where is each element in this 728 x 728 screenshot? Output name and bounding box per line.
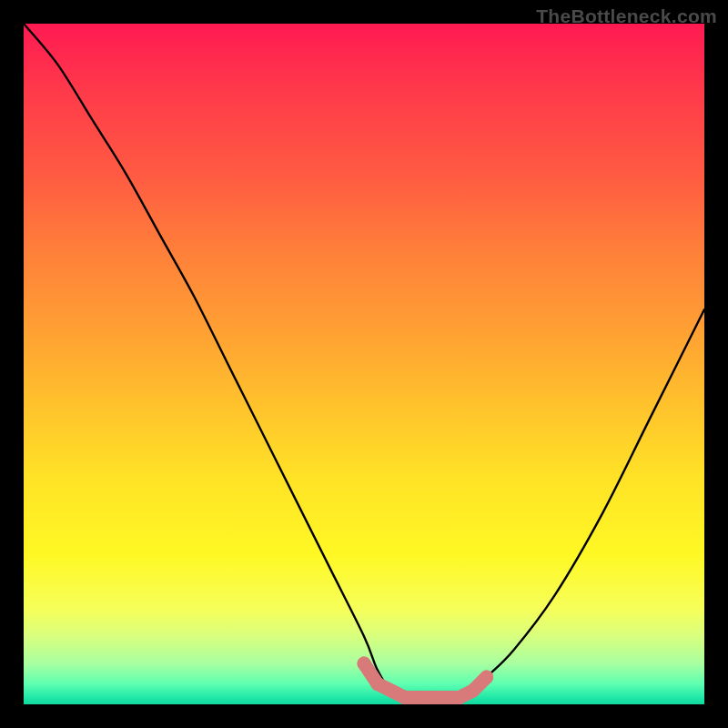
highlight-dot bbox=[480, 671, 493, 684]
curve-svg bbox=[24, 24, 704, 704]
bottleneck-curve bbox=[24, 24, 704, 698]
highlight-dot bbox=[411, 691, 425, 704]
highlight-dot bbox=[452, 691, 466, 704]
highlight-band bbox=[358, 657, 494, 704]
watermark-text: TheBottleneck.com bbox=[536, 5, 717, 27]
chart-frame: TheBottleneck.com bbox=[0, 0, 728, 728]
highlight-dot bbox=[466, 684, 480, 698]
highlight-dot bbox=[358, 657, 371, 671]
highlight-dot bbox=[384, 684, 398, 698]
highlight-dot bbox=[398, 691, 411, 704]
highlight-dot bbox=[370, 677, 384, 691]
plot-area bbox=[24, 24, 704, 704]
highlight-dot bbox=[439, 691, 452, 704]
highlight-dot bbox=[425, 691, 439, 704]
